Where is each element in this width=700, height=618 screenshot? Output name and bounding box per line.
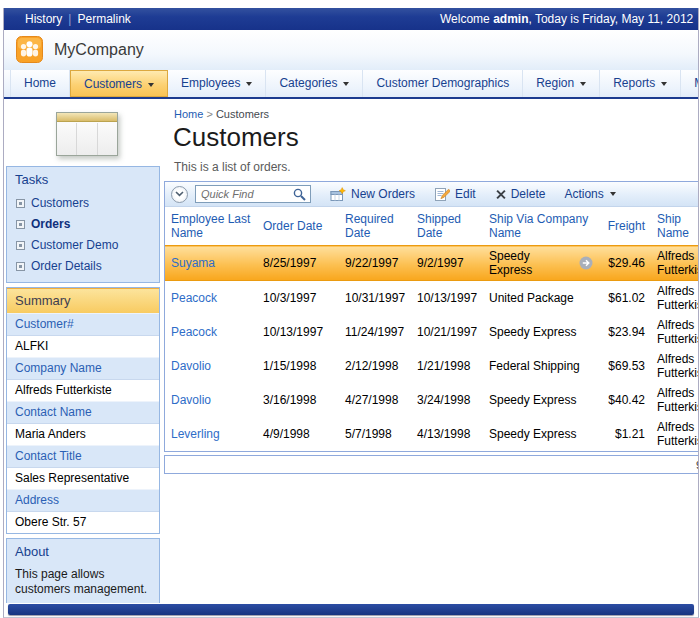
tab-home[interactable]: Home xyxy=(10,70,70,97)
employee-link[interactable]: Suyama xyxy=(171,256,215,270)
freight-cell: $29.46 xyxy=(599,246,651,281)
column-header-order-date[interactable]: Order Date xyxy=(257,207,339,246)
order-date-cell: 4/9/1998 xyxy=(257,417,339,451)
tab-label: Categories xyxy=(279,76,337,90)
edit-button[interactable]: Edit xyxy=(434,187,476,202)
sidebar-item-customers[interactable]: Customers xyxy=(7,193,159,214)
table-row[interactable]: Davolio 1/15/1998 2/12/1998 1/21/1998 Fe… xyxy=(165,349,698,383)
permalink-link[interactable]: Permalink xyxy=(77,12,130,26)
column-header-employee[interactable]: Employee Last Name xyxy=(165,207,257,246)
employee-link[interactable]: Davolio xyxy=(171,393,211,407)
employee-link[interactable]: Peacock xyxy=(171,325,217,339)
table-row[interactable]: Leverling 4/9/1998 5/7/1998 4/13/1998 Sp… xyxy=(165,417,698,451)
about-title: About xyxy=(7,539,159,565)
sidebar-item-label: Customer Demo xyxy=(31,238,118,252)
shipped-date-cell: 10/13/1997 xyxy=(411,281,483,316)
order-date-cell: 3/16/1998 xyxy=(257,383,339,417)
freight-cell: $61.02 xyxy=(599,281,651,316)
table-row[interactable]: Peacock 10/3/1997 10/31/1997 10/13/1997 … xyxy=(165,281,698,316)
shipped-date-cell: 3/24/1998 xyxy=(411,383,483,417)
tab-membership[interactable]: Membership xyxy=(681,70,698,97)
list-bullet-icon xyxy=(16,262,25,271)
list-bullet-icon xyxy=(16,241,25,250)
table-row[interactable]: Peacock 10/13/1997 11/24/1997 10/21/1997… xyxy=(165,315,698,349)
tab-categories[interactable]: Categories xyxy=(266,70,363,97)
employee-link[interactable]: Davolio xyxy=(171,359,211,373)
column-header-shipped-date[interactable]: Shipped Date xyxy=(411,207,483,246)
new-orders-button[interactable]: New Orders xyxy=(330,187,415,202)
ship-via-cell: Speedy Express xyxy=(489,249,575,277)
ship-name-cell: Alfreds Futterkiste xyxy=(651,417,698,451)
required-date-cell: 11/24/1997 xyxy=(339,315,411,349)
column-header-ship-name[interactable]: Ship Name xyxy=(651,207,698,246)
company-logo-icon xyxy=(16,36,43,63)
button-label: Edit xyxy=(455,187,476,201)
ship-via-cell: United Package xyxy=(483,281,599,316)
welcome-text: Welcome admin, Today is Friday, May 11, … xyxy=(440,12,693,26)
app-header: MyCompany xyxy=(4,30,698,70)
ship-name-cell: Alfreds Futterkiste xyxy=(651,383,698,417)
ship-name-cell: Alfreds Futterkiste xyxy=(651,349,698,383)
tasks-panel: Tasks Customers Orders Customer Demo Ord… xyxy=(6,166,160,283)
button-label: Actions xyxy=(564,187,603,201)
page-subtitle: This is a list of orders. xyxy=(163,153,698,174)
chevron-down-icon xyxy=(580,82,586,86)
about-text: This page allows customers management. xyxy=(7,565,159,603)
delete-button[interactable]: Delete xyxy=(495,187,546,201)
grid-pager[interactable]: 9 xyxy=(164,455,698,474)
chevron-down-icon xyxy=(661,82,667,86)
required-date-cell: 4/27/1998 xyxy=(339,383,411,417)
table-row[interactable]: Davolio 3/16/1998 4/27/1998 3/24/1998 Sp… xyxy=(165,383,698,417)
company-name: MyCompany xyxy=(54,41,144,59)
row-action-arrow-icon[interactable] xyxy=(579,256,593,270)
column-header-freight[interactable]: Freight xyxy=(599,207,651,246)
employee-link[interactable]: Leverling xyxy=(171,427,220,441)
freight-cell: $1.21 xyxy=(599,417,651,451)
required-date-cell: 5/7/1998 xyxy=(339,417,411,451)
tab-customers[interactable]: Customers xyxy=(70,70,168,97)
chevron-down-icon xyxy=(148,83,154,87)
summary-value: Maria Anders xyxy=(7,423,159,445)
tab-customer-demographics[interactable]: Customer Demographics xyxy=(363,70,523,97)
sidebar-item-orders[interactable]: Orders xyxy=(7,214,159,235)
delete-icon xyxy=(495,189,506,200)
summary-label: Contact Title xyxy=(7,445,159,467)
tab-region[interactable]: Region xyxy=(523,70,600,97)
page-title: Customers xyxy=(163,120,698,153)
chevron-down-icon xyxy=(175,191,184,197)
sidebar-item-label: Order Details xyxy=(31,259,102,273)
table-row[interactable]: Suyama 8/25/1997 9/22/1997 9/2/1997 Spee… xyxy=(165,246,698,281)
employee-link[interactable]: Peacock xyxy=(171,291,217,305)
ship-name-cell: Alfreds Futterkiste xyxy=(651,315,698,349)
history-link[interactable]: History xyxy=(25,12,62,26)
breadcrumb-home-link[interactable]: Home xyxy=(174,108,203,120)
freight-cell: $69.53 xyxy=(599,349,651,383)
shipped-date-cell: 9/2/1997 xyxy=(411,246,483,281)
tasks-title: Tasks xyxy=(7,167,159,193)
column-header-required-date[interactable]: Required Date xyxy=(339,207,411,246)
tab-employees[interactable]: Employees xyxy=(168,70,266,97)
breadcrumb: Home > Customers xyxy=(163,99,698,120)
quick-find-input[interactable] xyxy=(201,188,293,200)
required-date-cell: 9/22/1997 xyxy=(339,246,411,281)
button-label: New Orders xyxy=(351,187,415,201)
actions-button[interactable]: Actions xyxy=(564,187,615,201)
table-header-row: Employee Last Name Order Date Required D… xyxy=(165,207,698,246)
summary-value: Obere Str. 57 xyxy=(7,511,159,533)
toolbar-expand-button[interactable] xyxy=(171,186,188,203)
ship-name-cell: Alfreds Futterkiste xyxy=(651,281,698,316)
column-header-ship-via[interactable]: Ship Via Company Name xyxy=(483,207,599,246)
tab-label: Customers xyxy=(84,77,142,91)
sidebar: Tasks Customers Orders Customer Demo Ord… xyxy=(4,99,163,603)
freight-cell: $23.94 xyxy=(599,315,651,349)
browser-window: History|Permalink Welcome admin, Today i… xyxy=(3,8,699,618)
sidebar-item-order-details[interactable]: Order Details xyxy=(7,256,159,277)
tab-label: Reports xyxy=(613,76,655,90)
ship-via-cell: Speedy Express xyxy=(483,315,599,349)
order-date-cell: 10/3/1997 xyxy=(257,281,339,316)
sidebar-item-customer-demo[interactable]: Customer Demo xyxy=(7,235,159,256)
app-screen: History|Permalink Welcome admin, Today i… xyxy=(0,0,700,618)
footer-bar xyxy=(8,604,694,615)
tab-reports[interactable]: Reports xyxy=(600,70,681,97)
search-icon[interactable] xyxy=(293,188,306,201)
